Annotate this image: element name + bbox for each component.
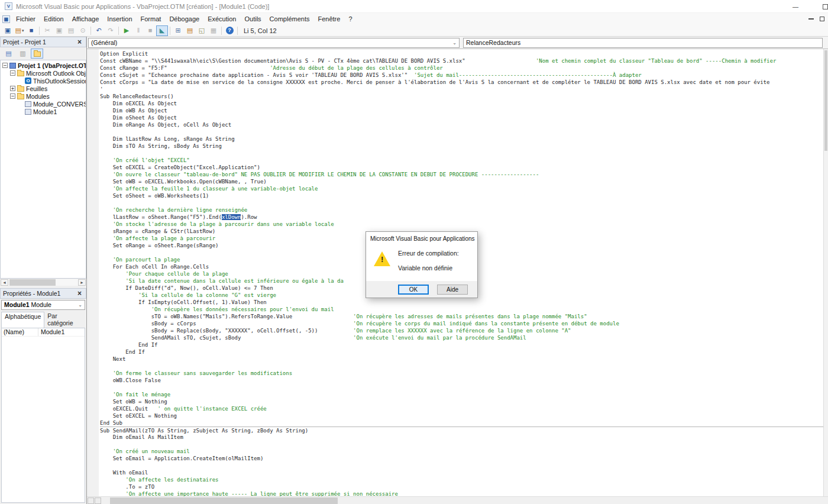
comment-text: 'On remplace les XXXXXX avec la référenc…	[353, 328, 571, 334]
menu-item-edition[interactable]: Edition	[40, 14, 68, 24]
tree-item-project-root[interactable]: −Projet 1 (VbaProject.OT	[1, 62, 86, 69]
code-line: Dim oSheet As Object	[100, 114, 828, 121]
menu-item-format[interactable]: Format	[137, 14, 166, 24]
code-text: sBody = Replace(sBody, "XXXXXX", oCell.O…	[100, 328, 318, 334]
properties-close-button[interactable]: ×	[76, 289, 83, 298]
code-hscrollbar[interactable]	[87, 496, 828, 504]
break-icon-glyph: ‖	[137, 27, 140, 34]
tree-item-this-outlook-session[interactable]: OThisOutlookSession	[1, 77, 86, 85]
error-message-line2: Variable non définie	[398, 264, 459, 272]
object-selector[interactable]: Module1 Module ⌄	[1, 300, 85, 310]
code-text: Const cWBName = "\\S441swaxalh\eic\S\Ges…	[100, 58, 465, 64]
project-tree[interactable]: −Projet 1 (VbaProject.OT−Microsoft Outlo…	[0, 60, 86, 279]
tree-item-modules-folder[interactable]: −Modules	[1, 92, 86, 100]
code-line: 'On ferme le classeur sans sauvegarder l…	[100, 370, 828, 377]
help-icon[interactable]: ?	[224, 25, 235, 36]
redo-icon: ↷	[105, 25, 117, 36]
comment-text: 'Adresse du début de la plage des cellul…	[270, 65, 443, 71]
project-explorer-icon[interactable]: ⊞	[172, 25, 184, 36]
code-text: Dim oEmail As MailItem	[100, 434, 183, 440]
toggle-folders-button[interactable]	[31, 49, 43, 59]
window-title: Microsoft Visual Basic pour Applications…	[16, 3, 269, 10]
property-row[interactable]: (Name)Module1	[2, 328, 85, 337]
code-vscroll-thumb[interactable]	[824, 50, 827, 151]
comment-text: 'On ferme le classeur sans sauvegarder l…	[100, 370, 292, 376]
project-panel-header: Projet - Projet 1 ×	[0, 37, 86, 47]
tree-item-module1[interactable]: Module1	[1, 108, 86, 115]
menu-item-outils[interactable]: Outils	[240, 14, 265, 24]
tree-item-feuilles-folder[interactable]: +Feuilles	[1, 85, 86, 92]
tab-categorized[interactable]: Par catégorie	[44, 312, 85, 328]
menu-item-d-bogage[interactable]: Débogage	[165, 14, 203, 24]
menu-item-help[interactable]: ?	[344, 14, 356, 24]
scroll-left-icon[interactable]: ◄	[1, 279, 8, 286]
dialog-body: Erreur de compilation: Variable non défi…	[366, 244, 477, 281]
code-text: Const cSujet = "Echeance prochaine date …	[100, 72, 407, 78]
paste-icon-glyph: ▤	[68, 27, 74, 34]
maximize-button[interactable]	[816, 0, 828, 13]
tab-alphabetic[interactable]: Alphabétique	[1, 312, 44, 328]
object-browser-icon[interactable]: ◱	[196, 25, 208, 36]
code-text: sBody = cCorps	[100, 321, 196, 327]
project-hscroll-track[interactable]	[8, 279, 78, 286]
project-close-button[interactable]: ×	[76, 38, 83, 46]
insert-userform-icon[interactable]: ▤▾	[14, 25, 25, 36]
view-code-button[interactable]: ▤	[2, 49, 15, 59]
save-icon[interactable]: ■	[25, 25, 37, 36]
undo-icon[interactable]: ↶	[93, 25, 105, 36]
tree-item-label: ThisOutlookSession	[33, 77, 86, 85]
minimize-button[interactable]: —	[787, 0, 804, 13]
minus-expander-icon[interactable]: −	[2, 63, 8, 68]
menu-item-affichage[interactable]: Affichage	[68, 14, 104, 24]
mdi-window-controls	[808, 13, 827, 25]
child-restore-icon[interactable]	[820, 17, 824, 21]
menu-item-fen-tre[interactable]: Fenêtre	[313, 14, 344, 24]
ok-button[interactable]: OK	[398, 285, 429, 295]
help-button[interactable]: Aide	[437, 285, 468, 295]
tree-item-outlook-objects-folder[interactable]: −Microsoft Outlook Objet	[1, 69, 86, 77]
view-object-button[interactable]: ▥	[17, 49, 29, 59]
minus-expander-icon[interactable]: −	[10, 70, 15, 76]
procedure-combo[interactable]: RelanceRedacteurs	[463, 38, 823, 48]
plus-expander-icon[interactable]: +	[10, 86, 15, 91]
property-value[interactable]: Module1	[38, 328, 64, 335]
paste-icon: ▤	[65, 25, 77, 36]
code-line: lLastRow = oSheet.Range("F5").End(xlDown…	[100, 214, 828, 221]
menu-item-insertion[interactable]: Insertion	[103, 14, 136, 24]
code-text: Dim oWB As Object	[100, 108, 167, 114]
minus-expander-icon[interactable]: −	[10, 93, 15, 99]
menu-item-compl-ments[interactable]: Compléments	[266, 14, 314, 24]
undo-icon-glyph: ↶	[96, 27, 101, 34]
design-mode-icon[interactable]: ◣	[156, 25, 168, 36]
code-hscroll-thumb[interactable]	[110, 497, 338, 504]
project-hscroll-thumb[interactable]	[9, 279, 56, 286]
scroll-right-icon[interactable]: ►	[78, 279, 86, 286]
run-icon[interactable]: ▶	[121, 25, 132, 36]
properties-window-icon[interactable]: ▤	[184, 25, 196, 36]
code-text: Option Explicit	[100, 51, 148, 57]
tree-item-module-conversion[interactable]: Module_CONVERSIC	[1, 100, 86, 108]
code-line: sBody = Replace(sBody, "XXXXXX", oCell.O…	[100, 327, 828, 334]
full-module-view-button[interactable]	[95, 497, 101, 504]
code-line: 'On affecte la feuille 1 du classeur à u…	[100, 185, 828, 192]
menubar-app-icon: ▦	[2, 15, 10, 23]
outlook-view-icon[interactable]: ▣	[2, 25, 14, 36]
menu-item-ex-cution[interactable]: Exécution	[203, 14, 240, 24]
code-line: sBody = cCorps 'On récupère le corps du …	[100, 320, 828, 327]
code-line	[100, 441, 828, 448]
outlook-icon: O	[25, 77, 31, 84]
child-minimize-icon[interactable]	[808, 18, 814, 20]
project-hscrollbar[interactable]: ◄ ►	[0, 279, 86, 286]
general-combo[interactable]: (Général) ⌄	[88, 38, 460, 48]
properties-panel-header: Propriétés - Module1 ×	[0, 288, 86, 299]
code-line: 'On créé un nouveau mail	[100, 448, 828, 455]
menu-item-fichier[interactable]: Fichier	[12, 14, 40, 24]
dialog-messages: Erreur de compilation: Variable non défi…	[398, 248, 459, 281]
dialog-close-icon[interactable]: ×	[475, 234, 477, 243]
procedure-view-button[interactable]	[88, 497, 94, 504]
view-object-icon: ▥	[20, 50, 25, 57]
object-browser-icon-glyph: ◱	[199, 27, 205, 34]
properties-grid[interactable]: (Name)Module1	[1, 328, 85, 503]
properties-tabs: Alphabétique Par catégorie	[0, 310, 86, 328]
code-vscrollbar[interactable]	[823, 49, 828, 496]
